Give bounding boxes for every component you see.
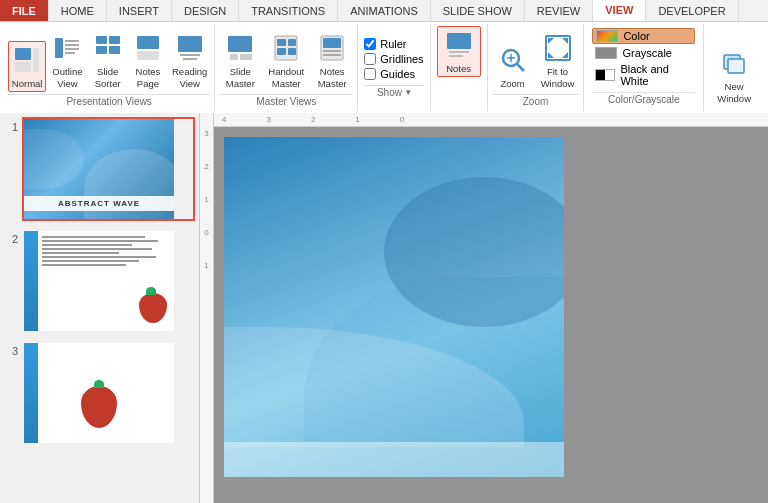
color-option[interactable]: Color	[592, 28, 695, 44]
outline-view-label: OutlineView	[52, 66, 82, 89]
handout-master-button[interactable]: HandoutMaster	[263, 29, 309, 92]
svg-rect-11	[109, 46, 120, 54]
svg-rect-27	[323, 50, 341, 52]
svg-rect-24	[288, 48, 296, 55]
tab-view[interactable]: VIEW	[593, 0, 646, 21]
slide-thumb-2[interactable]	[22, 229, 195, 333]
content-area: 4 3 2 1 0	[214, 113, 768, 503]
zoom-group-label: Zoom	[492, 94, 580, 109]
handout-master-label: HandoutMaster	[268, 66, 304, 89]
bw-label: Black and White	[620, 63, 692, 87]
grayscale-option[interactable]: Grayscale	[592, 46, 695, 60]
zoom-label: Zoom	[500, 78, 524, 89]
main-area: 1 ABSTRACT WAVE 2	[0, 113, 768, 503]
zoom-group: Zoom Fit toWindow Zoom	[488, 24, 585, 111]
slide-master-label: SlideMaster	[226, 66, 255, 89]
slide-sorter-icon	[92, 32, 124, 64]
svg-rect-9	[109, 36, 120, 44]
normal-button[interactable]: Normal	[8, 41, 46, 92]
slide3-sidebar	[24, 343, 38, 443]
bw-swatch	[595, 69, 615, 81]
tab-slideshow[interactable]: SLIDE SHOW	[431, 0, 525, 21]
fit-to-window-button[interactable]: Fit toWindow	[536, 29, 580, 92]
ruler-checkbox-row: Ruler	[364, 38, 423, 50]
svg-rect-26	[323, 38, 341, 48]
svg-rect-8	[96, 36, 107, 44]
gridlines-checkbox-row: Gridlines	[364, 53, 423, 65]
show-group-label: Show ▾	[364, 85, 423, 98]
gridlines-checkbox[interactable]	[364, 53, 376, 65]
ruler-checkbox[interactable]	[364, 38, 376, 50]
svg-rect-5	[65, 44, 79, 46]
slide-thumb-3[interactable]	[22, 341, 195, 445]
svg-rect-29	[447, 33, 471, 49]
svg-rect-2	[33, 48, 39, 72]
reading-view-button[interactable]: ReadingView	[169, 29, 210, 92]
svg-rect-13	[137, 51, 159, 60]
new-window-button[interactable]: NewWindow	[712, 44, 756, 107]
master-views-label: Master Views	[219, 94, 353, 109]
svg-rect-17	[228, 36, 252, 52]
tab-review[interactable]: REVIEW	[525, 0, 593, 21]
tab-file[interactable]: FILE	[0, 0, 49, 21]
svg-rect-22	[288, 39, 296, 46]
svg-rect-30	[449, 51, 469, 53]
svg-rect-12	[137, 36, 159, 49]
svg-marker-40	[562, 52, 568, 58]
notes-page-button[interactable]: NotesPage	[129, 29, 167, 92]
slide-thumb-inner-2	[24, 231, 174, 331]
slide-num-1: 1	[4, 117, 18, 133]
zoom-button[interactable]: Zoom	[492, 41, 534, 92]
guides-checkbox[interactable]	[364, 68, 376, 80]
notes-master-icon	[316, 32, 348, 64]
ribbon-tab-bar: FILE HOME INSERT DESIGN TRANSITIONS ANIM…	[0, 0, 768, 22]
slide1-title: ABSTRACT WAVE	[24, 196, 174, 211]
tab-transitions[interactable]: TRANSITIONS	[239, 0, 338, 21]
new-window-icon	[718, 47, 750, 79]
fit-to-window-label: Fit toWindow	[541, 66, 575, 89]
tab-home[interactable]: HOME	[49, 0, 107, 21]
main-wave-bottom	[224, 442, 564, 477]
slide-item-3[interactable]: 3	[4, 341, 195, 445]
notes-button[interactable]: Notes	[437, 26, 481, 77]
notes-page-label: NotesPage	[136, 66, 161, 89]
main-slide-view[interactable]	[224, 137, 564, 477]
slide-canvas	[214, 127, 768, 503]
slide-num-3: 3	[4, 341, 18, 357]
notes-master-label: NotesMaster	[318, 66, 347, 89]
slide-panel[interactable]: 1 ABSTRACT WAVE 2	[0, 113, 200, 503]
outline-view-button[interactable]: OutlineView	[48, 29, 86, 92]
svg-marker-39	[548, 52, 554, 58]
slide3-strawberry	[81, 378, 117, 428]
show-dialog-icon[interactable]: ▾	[406, 87, 411, 97]
black-and-white-option[interactable]: Black and White	[592, 62, 695, 88]
color-swatch	[596, 30, 618, 42]
normal-label: Normal	[12, 78, 43, 89]
slide-thumb-1[interactable]: ABSTRACT WAVE	[22, 117, 195, 221]
grayscale-label: Grayscale	[622, 47, 672, 59]
slide-item-2[interactable]: 2	[4, 229, 195, 333]
horizontal-ruler: 4 3 2 1 0	[214, 113, 768, 127]
grayscale-swatch	[595, 47, 617, 59]
slide-master-button[interactable]: SlideMaster	[219, 29, 261, 92]
slide-item-1[interactable]: 1 ABSTRACT WAVE	[4, 117, 195, 221]
show-group: Ruler Gridlines Guides Show ▾	[358, 24, 430, 111]
tab-insert[interactable]: INSERT	[107, 0, 172, 21]
svg-rect-28	[323, 54, 341, 56]
guides-label: Guides	[380, 68, 415, 80]
master-views-buttons: SlideMaster HandoutMaster NotesMaster	[219, 26, 353, 92]
new-window-label: NewWindow	[717, 81, 751, 104]
tab-developer[interactable]: DEVELOPER	[646, 0, 738, 21]
slide-thumb-inner-3	[24, 343, 174, 443]
notes-master-button[interactable]: NotesMaster	[311, 29, 353, 92]
svg-rect-3	[55, 38, 63, 58]
notes-group: Notes	[431, 24, 488, 111]
tab-design[interactable]: DESIGN	[172, 0, 239, 21]
slide-thumb-inner-1: ABSTRACT WAVE	[24, 119, 174, 219]
tab-animations[interactable]: ANIMATIONS	[338, 0, 431, 21]
normal-icon	[11, 44, 43, 76]
notes-label: Notes	[446, 63, 471, 74]
slide-sorter-button[interactable]: SlideSorter	[89, 29, 127, 92]
zoom-buttons: Zoom Fit toWindow	[492, 26, 580, 92]
color-grayscale-group: Color Grayscale Black and White Color/Gr…	[584, 24, 704, 111]
